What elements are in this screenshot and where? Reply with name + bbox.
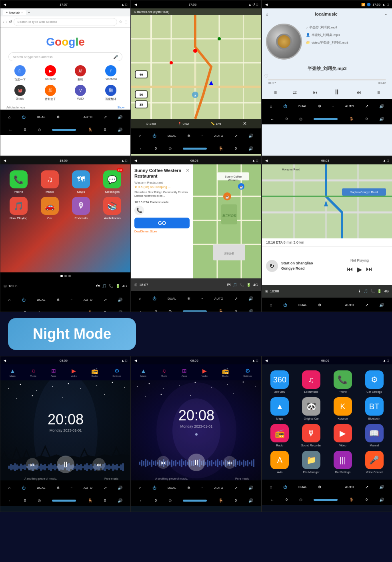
shortcut-yingyin[interactable]: 影 音影盒子 (37, 85, 64, 101)
cp-home[interactable]: ⌂ (8, 298, 11, 302)
track2[interactable]: 半壶纱_刘珂矣.mp3 (312, 33, 340, 37)
browser-search[interactable]: Search or type web address 🎤 (8, 52, 122, 61)
menu-icon[interactable]: ⋮ (124, 20, 128, 24)
cp-snow[interactable]: ❄ (56, 298, 60, 302)
cp-seat[interactable]: 🪑 (88, 310, 92, 312)
cp-vol[interactable]: 🔊 (118, 298, 122, 302)
cpn-music-tb[interactable]: 🎵 (364, 289, 368, 293)
mc-vol2[interactable]: 🔊 (379, 117, 384, 121)
nav-forward[interactable]: › (6, 20, 8, 24)
cp-arrows[interactable]: ↗ (104, 298, 107, 302)
nh1-power[interactable]: ⏻ (22, 486, 26, 490)
mc-vol[interactable]: 🔊 (379, 104, 384, 108)
md-map-icon[interactable]: 🗺 (227, 283, 230, 287)
carplay-maps[interactable]: 🗺 Maps (67, 170, 95, 194)
md-back2[interactable]: ← (139, 309, 143, 312)
pause-icon[interactable]: ⏸ (333, 88, 340, 96)
nav-vedio[interactable]: ▶ Vedio (71, 368, 77, 377)
carplay-music[interactable]: ♫ Music (36, 170, 64, 194)
cpn-arrows[interactable]: ↗ (365, 303, 368, 307)
cp-vol2[interactable]: 🔊 (118, 310, 122, 312)
cpn-back[interactable]: ◀ (265, 159, 268, 162)
nh2-back[interactable]: ◀ (134, 359, 137, 362)
md-close[interactable]: ✕ (186, 168, 190, 173)
nh2-nav-music[interactable]: ♫ Music (161, 368, 167, 377)
new-tab-btn[interactable]: + (28, 10, 30, 15)
shortcut-vlex[interactable]: V VLEX (67, 85, 94, 101)
snow-ctrl[interactable]: ❄ (56, 115, 60, 119)
cpn-grid[interactable]: ⊞ (265, 289, 268, 293)
app-360view[interactable]: 360 360 view (266, 370, 294, 393)
md-arrows[interactable]: ↗ (234, 296, 238, 301)
nav-back[interactable]: ‹ (3, 20, 4, 24)
md-grid[interactable]: ⊞ (134, 283, 138, 287)
close-nav[interactable]: ✕ (243, 121, 247, 126)
md-phone-taskbar[interactable]: 📞 (240, 283, 244, 287)
cp-back[interactable]: ◀ (4, 159, 6, 162)
carplay-podcasts[interactable]: 🎙 Podcasts (67, 197, 95, 220)
md-fan[interactable]: ⊙ (168, 309, 172, 312)
back-icon[interactable]: ← (384, 12, 388, 16)
shortcut-github[interactable]: 🐙 Github (6, 85, 34, 101)
na-arrows[interactable]: ↗ (365, 485, 368, 489)
nh2-nav-settings[interactable]: ⚙ Settings (243, 368, 252, 377)
na-vol2[interactable]: 🔊 (379, 498, 384, 502)
nh2-fan[interactable]: ⊙ (168, 498, 172, 503)
shortcut-youtube[interactable]: ▶ YouTube (37, 65, 64, 82)
prev-cpn[interactable]: ⏮ (347, 266, 353, 273)
nh2-power[interactable]: ⏻ (152, 486, 156, 490)
dot-1[interactable] (60, 275, 63, 277)
track1[interactable]: 半壶纱_刘珂矣.mp3 (309, 25, 337, 30)
music-back[interactable]: ◀ (265, 3, 268, 6)
nh2-snow[interactable]: ❄ (187, 486, 190, 490)
vol2-ctrl[interactable]: 🔊 (118, 128, 122, 132)
na-fan[interactable]: ⊙ (299, 498, 302, 502)
home-icon[interactable]: ⌂ (266, 12, 268, 16)
back-btn[interactable]: ◀ (4, 3, 6, 6)
app-maps[interactable]: ▲ Maps (266, 397, 294, 420)
nav-back-btn[interactable]: ◀ (134, 3, 137, 6)
refresh[interactable]: ↺ (9, 20, 12, 24)
nav-fan[interactable]: ⊙ (168, 146, 172, 151)
app-manual[interactable]: 📖 Manual (360, 424, 388, 447)
nh2-nav-vedio[interactable]: ▶ Vedio (202, 368, 208, 377)
na-back2[interactable]: ← (270, 498, 274, 502)
heart-icon[interactable]: ♡ (264, 74, 268, 79)
map-taskbar-icon[interactable]: 🗺 (96, 284, 100, 288)
power-ctrl[interactable]: ⏻ (22, 115, 26, 119)
nh2-vol2[interactable]: 🔊 (248, 498, 253, 503)
app-radio[interactable]: 📻 Radio (266, 424, 294, 447)
address-bar[interactable]: Search or type web address (14, 18, 117, 26)
app-kuwooo[interactable]: K Kuwooo (329, 397, 357, 420)
carplay-messages[interactable]: 💬 259 Messages (98, 170, 126, 194)
app-bluetooth[interactable]: BT Bluetooth (360, 397, 388, 420)
home-ctrl[interactable]: ⌂ (8, 115, 11, 119)
nav-music[interactable]: ♫ Music (30, 368, 36, 377)
app-carsettings[interactable]: ⚙ Car Settings (360, 370, 388, 393)
eq-icon[interactable]: ≡ (377, 90, 380, 95)
mc-arrows[interactable]: ↗ (365, 104, 368, 108)
vol-ctrl[interactable]: 🔊 (118, 115, 122, 119)
music-taskbar-icon[interactable]: 🎵 (102, 284, 106, 288)
track3[interactable]: video/半壶纱_刘珂矣.mp3 (312, 40, 348, 45)
nav-apps[interactable]: ⊞ Apps (51, 368, 56, 377)
cpn-phone-tb[interactable]: 📞 (370, 289, 375, 293)
na-power[interactable]: ⏻ (283, 485, 287, 489)
show-label[interactable]: Show (117, 106, 124, 109)
cp-back2[interactable]: ← (8, 310, 12, 312)
nh1-snow[interactable]: ❄ (56, 486, 60, 490)
cpn-home[interactable]: ⌂ (270, 303, 272, 307)
nav-maps[interactable]: ▲ Maps (10, 368, 16, 377)
app-filemanager[interactable]: 📁 File Manager (298, 451, 325, 474)
seat-ctrl[interactable]: 🪑 (88, 128, 92, 132)
na-vol[interactable]: 🔊 (379, 485, 384, 489)
carplay-car[interactable]: 🚗 Car (36, 197, 64, 220)
shortcut-tieba[interactable]: 贴 贴吧 (67, 65, 94, 82)
shortcut-baidu[interactable]: 百 百度一下 (6, 65, 34, 82)
nh1-home[interactable]: ⌂ (8, 486, 11, 490)
md-back[interactable]: ◀ (134, 159, 137, 162)
back-ctrl[interactable]: ← (8, 128, 12, 132)
nav-home[interactable]: ⌂ (139, 134, 142, 138)
cpn-power[interactable]: ⏻ (283, 303, 287, 307)
carplay-phone[interactable]: 📞 Phone (4, 170, 32, 194)
